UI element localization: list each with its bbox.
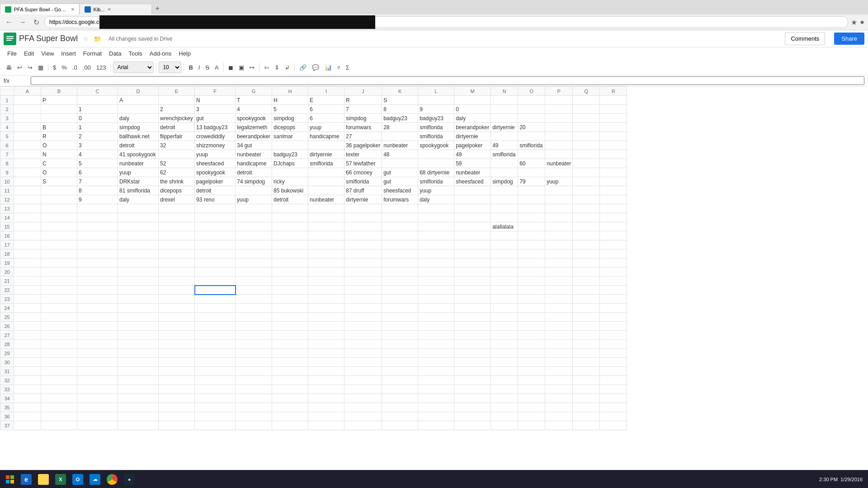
- cell-R8[interactable]: [600, 159, 627, 168]
- cell-F9[interactable]: spookygook: [195, 168, 236, 177]
- cell-C12[interactable]: 9: [77, 195, 118, 204]
- cell-M5[interactable]: dirtyernie: [454, 132, 491, 141]
- cell-I8[interactable]: smiflorida: [308, 159, 344, 168]
- col-header-R[interactable]: R: [600, 87, 627, 96]
- cell-O9[interactable]: [518, 168, 545, 177]
- comments-btn[interactable]: Comments: [785, 32, 825, 45]
- cell-C6[interactable]: 3: [77, 141, 118, 150]
- link-btn[interactable]: 🔗: [297, 63, 309, 72]
- cell-C2[interactable]: 1: [77, 105, 118, 114]
- cell-Q8[interactable]: [573, 159, 600, 168]
- cell-K6[interactable]: nunbeater: [382, 141, 418, 150]
- cell-F5[interactable]: crowediddly: [195, 132, 236, 141]
- cell-G2[interactable]: 4: [236, 105, 272, 114]
- cell-D5[interactable]: ballhawk.net: [118, 132, 159, 141]
- comment-btn[interactable]: 💬: [310, 63, 321, 72]
- cell-N12[interactable]: [491, 195, 518, 204]
- col-header-F[interactable]: F: [195, 87, 236, 96]
- cell-D3[interactable]: daly: [118, 114, 159, 123]
- cell-C5[interactable]: 2: [77, 132, 118, 141]
- cell-O2[interactable]: [518, 105, 545, 114]
- cell-B7[interactable]: N: [41, 150, 77, 159]
- italic-btn[interactable]: I: [196, 63, 203, 72]
- cell-R10[interactable]: [600, 177, 627, 186]
- cell-K4[interactable]: 28: [382, 123, 418, 132]
- cell-F11[interactable]: detroit: [195, 186, 236, 195]
- cell-G8[interactable]: handicapme: [236, 159, 272, 168]
- cell-A2[interactable]: [14, 105, 41, 114]
- col-header-K[interactable]: K: [382, 87, 418, 96]
- cell-I7[interactable]: dirtyernie: [308, 150, 344, 159]
- cell-M2[interactable]: 0: [454, 105, 491, 114]
- cell-D1[interactable]: A: [118, 96, 159, 105]
- cell-H2[interactable]: 5: [272, 105, 308, 114]
- decrease-decimal-btn[interactable]: .0: [70, 63, 80, 72]
- bold-btn[interactable]: B: [186, 63, 195, 72]
- tab-2[interactable]: Kib... ×: [80, 4, 152, 14]
- menu-file[interactable]: File: [4, 48, 20, 59]
- cell-H12[interactable]: detroit: [272, 195, 308, 204]
- cell-A9[interactable]: [14, 168, 41, 177]
- cell-O1[interactable]: [518, 96, 545, 105]
- cell-B11[interactable]: [41, 186, 77, 195]
- cell-L9[interactable]: 68 dirtyernie: [418, 168, 454, 177]
- cell-L4[interactable]: smiflorida: [418, 123, 454, 132]
- cell-J2[interactable]: 7: [344, 105, 382, 114]
- cell-A6[interactable]: [14, 141, 41, 150]
- cell-N8[interactable]: [491, 159, 518, 168]
- font-size-selector[interactable]: 10: [159, 61, 181, 73]
- col-header-N[interactable]: N: [491, 87, 518, 96]
- cell-F7[interactable]: yuup: [195, 150, 236, 159]
- cell-A4[interactable]: [14, 123, 41, 132]
- col-header-D[interactable]: D: [118, 87, 159, 96]
- taskbar-steam[interactable]: ●: [121, 471, 137, 488]
- cell-J9[interactable]: 66 cmoney: [344, 168, 382, 177]
- cell-D6[interactable]: detroit: [118, 141, 159, 150]
- cell-J8[interactable]: 57 lewfather: [344, 159, 382, 168]
- cell-F6[interactable]: shizzmoney: [195, 141, 236, 150]
- cell-C3[interactable]: 0: [77, 114, 118, 123]
- col-header-C[interactable]: C: [77, 87, 118, 96]
- text-color-btn[interactable]: A: [212, 63, 221, 72]
- taskbar-onedrive[interactable]: ☁: [87, 471, 103, 488]
- cell-N4[interactable]: dirtyernie: [491, 123, 518, 132]
- menu-help[interactable]: Help: [175, 48, 194, 59]
- filter-btn[interactable]: ▿: [335, 63, 343, 72]
- cell-R2[interactable]: [600, 105, 627, 114]
- merge-btn[interactable]: ↦: [247, 63, 257, 72]
- cell-H5[interactable]: sanlmar: [272, 132, 308, 141]
- cell-F1[interactable]: N: [195, 96, 236, 105]
- cell-L10[interactable]: smiflorida: [418, 177, 454, 186]
- cell-G7[interactable]: nunbeater: [236, 150, 272, 159]
- cell-C9[interactable]: 6: [77, 168, 118, 177]
- cell-K8[interactable]: [382, 159, 418, 168]
- percent-btn[interactable]: %: [59, 63, 69, 72]
- cell-J6[interactable]: 36 pagelpoker: [344, 141, 382, 150]
- cell-A3[interactable]: [14, 114, 41, 123]
- refresh-btn[interactable]: ↻: [31, 17, 42, 28]
- cell-D8[interactable]: nunbeater: [118, 159, 159, 168]
- more-formats-btn[interactable]: 123: [94, 63, 108, 72]
- cell-Q9[interactable]: [573, 168, 600, 177]
- col-header-L[interactable]: L: [418, 87, 454, 96]
- cell-O4[interactable]: 20: [518, 123, 545, 132]
- cell-L12[interactable]: daly: [418, 195, 454, 204]
- cell-M8[interactable]: 59: [454, 159, 491, 168]
- cell-A5[interactable]: [14, 132, 41, 141]
- cell-B12[interactable]: [41, 195, 77, 204]
- cell-P8[interactable]: nunbeater: [545, 159, 573, 168]
- folder-icon[interactable]: 📁: [94, 35, 101, 42]
- cell-M9[interactable]: nunbeater: [454, 168, 491, 177]
- cell-A8[interactable]: [14, 159, 41, 168]
- cell-P4[interactable]: [545, 123, 573, 132]
- bookmark-btn[interactable]: ★: [851, 18, 857, 27]
- cell-N11[interactable]: [491, 186, 518, 195]
- cell-E7[interactable]: [159, 150, 195, 159]
- increase-decimal-btn[interactable]: .00: [80, 63, 93, 72]
- cell-G10[interactable]: 74 simpdog: [236, 177, 272, 186]
- cell-Q4[interactable]: [573, 123, 600, 132]
- cell-L1[interactable]: [418, 96, 454, 105]
- col-header-P[interactable]: P: [545, 87, 573, 96]
- cell-K5[interactable]: [382, 132, 418, 141]
- cell-M6[interactable]: pagelpoker: [454, 141, 491, 150]
